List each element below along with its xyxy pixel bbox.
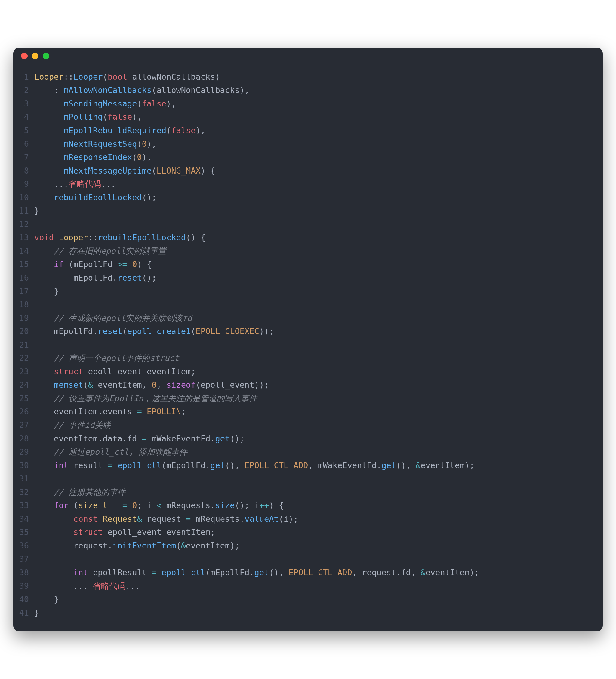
line-number: 17 [13,285,34,298]
code-content: } [34,606,594,620]
code-line: 32 // 注册其他的事件 [13,486,594,499]
code-content: request.initEventItem(&eventItem); [34,539,594,553]
line-number: 41 [13,606,34,620]
code-line: 18 [13,298,594,312]
line-number: 24 [13,378,34,392]
code-content [34,218,594,231]
line-number: 10 [13,191,34,204]
code-line: 6 mNextRequestSeq(0), [13,137,594,151]
code-content: // 声明一个epoll事件的struct [34,352,594,365]
line-number: 21 [13,338,34,352]
code-line: 9 ...省略代码... [13,177,594,191]
code-line: 28 eventItem.data.fd = mWakeEventFd.get(… [13,432,594,446]
code-content: const Request& request = mRequests.value… [34,512,594,526]
code-line: 16 mEpollFd.reset(); [13,271,594,285]
code-line: 25 // 设置事件为EpollIn，这里关注的是管道的写入事件 [13,392,594,406]
line-number: 40 [13,593,34,606]
code-content: mNextRequestSeq(0), [34,137,594,151]
line-number: 11 [13,204,34,218]
line-number: 3 [13,97,34,111]
line-number: 13 [13,231,34,245]
line-number: 28 [13,432,34,446]
line-number: 30 [13,459,34,473]
code-content: struct epoll_event eventItem; [34,526,594,539]
line-number: 18 [13,298,34,312]
code-line: 30 int result = epoll_ctl(mEpollFd.get()… [13,459,594,473]
code-line: 2 : mAllowNonCallbacks(allowNonCallbacks… [13,84,594,97]
code-content: mResponseIndex(0), [34,151,594,164]
code-line: 1Looper::Looper(bool allowNonCallbacks) [13,70,594,84]
code-line: 41} [13,606,594,620]
code-content: } [34,204,594,218]
minimize-icon[interactable] [32,53,38,59]
code-content: mPolling(false), [34,110,594,124]
code-line: 38 int epollResult = epoll_ctl(mEpollFd.… [13,566,594,579]
code-content: rebuildEpollLocked(); [34,191,594,204]
line-number: 31 [13,472,34,486]
line-number: 16 [13,271,34,285]
line-number: 38 [13,566,34,579]
code-content: : mAllowNonCallbacks(allowNonCallbacks), [34,84,594,97]
line-number: 22 [13,352,34,365]
code-line: 12 [13,218,594,231]
code-line: 39 ... 省略代码... [13,579,594,593]
code-content [34,552,594,566]
code-line: 3 mSendingMessage(false), [13,97,594,111]
code-line: 40 } [13,593,594,606]
code-content: memset(& eventItem, 0, sizeof(epoll_even… [34,378,594,392]
code-content: ...省略代码... [34,177,594,191]
code-line: 8 mNextMessageUptime(LLONG_MAX) { [13,164,594,178]
code-line: 35 struct epoll_event eventItem; [13,526,594,539]
line-number: 35 [13,526,34,539]
code-content: } [34,593,594,606]
line-number: 14 [13,245,34,258]
code-line: 22 // 声明一个epoll事件的struct [13,352,594,365]
line-number: 26 [13,405,34,419]
code-line: 23 struct epoll_event eventItem; [13,365,594,379]
code-area: 1Looper::Looper(bool allowNonCallbacks)2… [13,64,603,632]
code-line: 34 const Request& request = mRequests.va… [13,512,594,526]
code-line: 15 if (mEpollFd >= 0) { [13,258,594,271]
code-content: eventItem.events = EPOLLIN; [34,405,594,419]
line-number: 36 [13,539,34,553]
line-number: 2 [13,84,34,97]
code-line: 4 mPolling(false), [13,110,594,124]
line-number: 27 [13,419,34,432]
code-line: 14 // 存在旧的epoll实例就重置 [13,245,594,258]
code-content [34,298,594,312]
code-line: 27 // 事件id关联 [13,419,594,432]
code-line: 17 } [13,285,594,298]
line-number: 7 [13,151,34,164]
line-number: 34 [13,512,34,526]
code-content: // 存在旧的epoll实例就重置 [34,245,594,258]
code-line: 19 // 生成新的epoll实例并关联到该fd [13,312,594,325]
code-line: 29 // 通过epoll_ctl, 添加唤醒事件 [13,445,594,459]
line-number: 4 [13,110,34,124]
code-line: 36 request.initEventItem(&eventItem); [13,539,594,553]
code-content: ... 省略代码... [34,579,594,593]
code-content: int result = epoll_ctl(mEpollFd.get(), E… [34,459,594,473]
code-content: if (mEpollFd >= 0) { [34,258,594,271]
line-number: 12 [13,218,34,231]
code-content: void Looper::rebuildEpollLocked() { [34,231,594,245]
line-number: 23 [13,365,34,379]
code-line: 31 [13,472,594,486]
code-line: 21 [13,338,594,352]
code-content: } [34,285,594,298]
code-content: // 注册其他的事件 [34,486,594,499]
line-number: 15 [13,258,34,271]
close-icon[interactable] [21,53,28,59]
line-number: 33 [13,499,34,512]
code-content: eventItem.data.fd = mWakeEventFd.get(); [34,432,594,446]
zoom-icon[interactable] [43,53,49,59]
code-window: 1Looper::Looper(bool allowNonCallbacks)2… [13,47,603,632]
code-line: 24 memset(& eventItem, 0, sizeof(epoll_e… [13,378,594,392]
code-content: struct epoll_event eventItem; [34,365,594,379]
code-line: 37 [13,552,594,566]
line-number: 5 [13,124,34,137]
code-content: // 生成新的epoll实例并关联到该fd [34,312,594,325]
code-line: 10 rebuildEpollLocked(); [13,191,594,204]
line-number: 1 [13,70,34,84]
code-content: mEpollFd.reset(epoll_create1(EPOLL_CLOEX… [34,325,594,338]
line-number: 19 [13,312,34,325]
